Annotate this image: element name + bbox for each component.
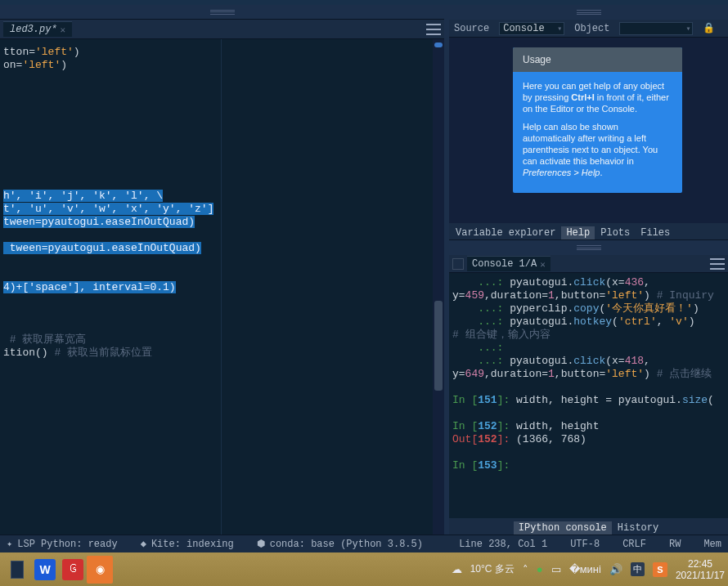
status-eol[interactable]: CRLF — [622, 539, 646, 550]
editor-scrollbar[interactable] — [433, 39, 444, 535]
help-tab-help[interactable]: Help — [561, 226, 595, 239]
code-editor[interactable]: tton='left')on='left') h', 'i', 'j', 'k'… — [0, 39, 444, 535]
console-bottom-tabs: IPython consoleHistory — [449, 518, 728, 535]
tab-label: led3.py* — [10, 24, 57, 35]
battery-icon[interactable]: ▭ — [551, 563, 561, 575]
taskbar-camera[interactable]: ◉ — [87, 556, 113, 584]
close-icon[interactable]: ✕ — [540, 259, 546, 270]
hamburger-icon[interactable] — [710, 258, 725, 270]
taskbar[interactable]: W ၆ ◉ ☁ 10°C 多云 ˄ ● ▭ �мині 🔊 中 S 22:45 … — [0, 552, 728, 586]
status-mem: Mem — [703, 539, 721, 550]
source-label: Source — [454, 23, 489, 34]
weather-icon[interactable]: ☁ — [452, 563, 462, 575]
help-body: Usage Here you can get help of any objec… — [449, 38, 728, 223]
help-drag-handle[interactable] — [449, 5, 728, 20]
source-select[interactable]: Console▾ — [499, 22, 564, 35]
console-tabs: Console 1/A ✕ — [449, 255, 728, 273]
console-bottom-tab-history[interactable]: History — [613, 521, 663, 535]
editor-drag-handle[interactable] — [0, 5, 444, 20]
editor-pane: led3.py* ✕ tton='left')on='left') h', 'i… — [0, 5, 444, 535]
scroll-thumb[interactable] — [434, 301, 443, 391]
help-tab-variable-explorer[interactable]: Variable explorer — [451, 226, 560, 239]
object-label: Object — [574, 23, 609, 34]
status-pos: Line 238, Col 1 — [459, 539, 547, 550]
hamburger-icon[interactable] — [426, 24, 441, 35]
help-card-body: Here you can get help of any object by p… — [513, 72, 682, 193]
editor-tabs: led3.py* ✕ — [0, 20, 444, 39]
status-bar: ✦LSP Python: ready ◆Kite: indexing ⬢cond… — [0, 535, 728, 552]
status-conda[interactable]: ⬢conda: base (Python 3.8.5) — [257, 538, 423, 550]
help-card-title: Usage — [513, 47, 682, 72]
clock[interactable]: 22:45 2021/11/17 — [676, 558, 725, 581]
taskbar-app-1[interactable] — [3, 556, 31, 584]
help-toolbar: Source Console▾ Object ▾ 🔒 — [449, 20, 728, 38]
console-body[interactable]: ...: pyautogui.click(x=436,y=459,duratio… — [449, 273, 728, 518]
console-icon[interactable] — [452, 258, 464, 270]
help-tab-files[interactable]: Files — [636, 226, 675, 239]
sogou-icon[interactable]: S — [653, 562, 667, 577]
status-rw: RW — [669, 539, 681, 550]
console-tab[interactable]: Console 1/A ✕ — [467, 256, 550, 271]
help-tab-plots[interactable]: Plots — [595, 226, 635, 239]
weather-text[interactable]: 10°C 多云 — [470, 562, 515, 576]
help-pane: Source Console▾ Object ▾ 🔒 Usage Here yo… — [449, 5, 728, 240]
lock-icon[interactable]: 🔒 — [703, 22, 715, 34]
status-kite[interactable]: ◆Kite: indexing — [141, 538, 234, 550]
console-pane: Console 1/A ✕ ...: pyautogui.click(x=436… — [449, 240, 728, 535]
status-lsp[interactable]: ✦LSP Python: ready — [7, 538, 118, 550]
object-select[interactable]: ▾ — [619, 22, 693, 35]
console-bottom-tab-ipython-console[interactable]: IPython console — [514, 521, 612, 535]
wechat-icon[interactable]: ● — [537, 563, 543, 575]
taskbar-word[interactable]: W — [31, 556, 59, 584]
chevron-down-icon: ▾ — [685, 24, 690, 34]
taskbar-netease[interactable]: ၆ — [59, 556, 87, 584]
chevron-down-icon: ▾ — [557, 24, 562, 34]
editor-tab[interactable]: led3.py* ✕ — [3, 21, 72, 37]
tray-chevron-icon[interactable]: ˄ — [523, 563, 528, 575]
scroll-marker — [434, 42, 443, 47]
help-pane-tabs: Variable explorerHelpPlotsFiles — [449, 223, 728, 239]
ime-icon[interactable]: 中 — [631, 562, 645, 576]
status-enc[interactable]: UTF-8 — [570, 539, 600, 550]
console-drag-handle[interactable] — [449, 240, 728, 255]
system-tray: ☁ 10°C 多云 ˄ ● ▭ �мині 🔊 中 S 22:45 2021/1… — [452, 558, 725, 581]
help-card: Usage Here you can get help of any objec… — [513, 47, 682, 193]
volume-icon[interactable]: 🔊 — [609, 563, 622, 575]
console-tab-label: Console 1/A — [472, 258, 537, 270]
wifi-icon[interactable]: �мині — [569, 563, 601, 575]
close-icon[interactable]: ✕ — [61, 25, 66, 35]
editor-ruler — [221, 39, 222, 535]
